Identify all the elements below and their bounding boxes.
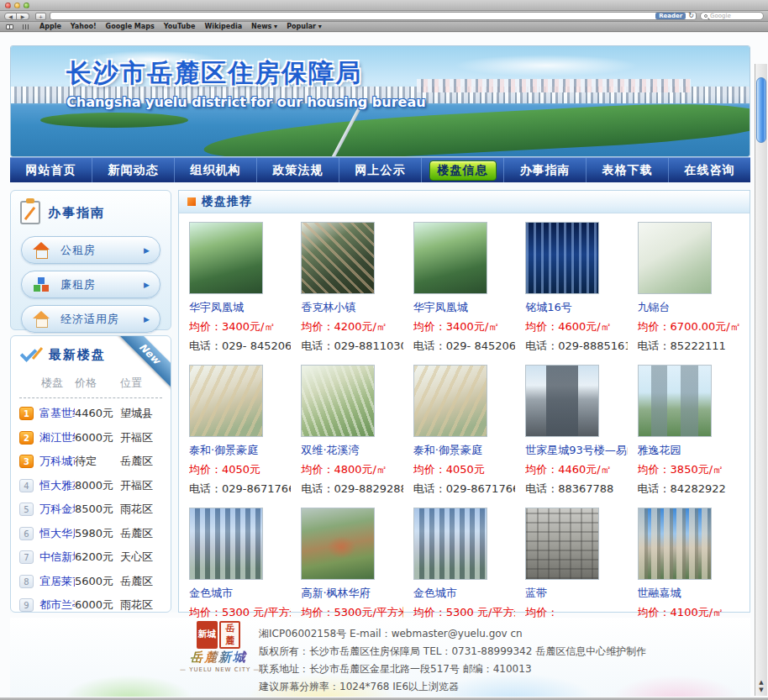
minimize-window-icon[interactable] xyxy=(14,3,20,8)
property-name-link[interactable]: 万科金域华府 xyxy=(39,502,75,517)
nav-item[interactable]: 办事指南 xyxy=(503,158,586,182)
property-name-link[interactable]: 都市兰亭 xyxy=(39,597,75,613)
bookmark-items: AppleYahoo!Google MapsYouTubeWikipediaNe… xyxy=(39,23,322,30)
property-thumbnail[interactable] xyxy=(525,365,599,437)
service-guide-button[interactable]: 公租房 ▶ xyxy=(21,236,160,264)
latest-property-row[interactable]: 5 万科金域华府 8500元 雨花区 xyxy=(18,497,164,522)
latest-property-row[interactable]: 8 宜居莱茵城 5600元 岳麓区 xyxy=(18,570,164,594)
nav-item[interactable]: 表格下载 xyxy=(586,158,668,182)
property-name-link[interactable]: 铭城16号 xyxy=(525,300,627,315)
property-name-link[interactable]: 宜居莱茵城 xyxy=(39,574,75,589)
property-name-link[interactable]: 华宇凤凰城 xyxy=(189,300,291,315)
latest-property-row[interactable]: 4 恒大雅苑 8000元 开福区 xyxy=(18,474,164,498)
property-name-link[interactable]: 泰和·御景豪庭 xyxy=(189,443,291,458)
bookmark-item[interactable]: Yahoo! xyxy=(71,23,97,30)
back-button[interactable]: ◀ xyxy=(4,13,17,20)
property-card: 香克林小镇 均价：4200元/㎡ 电话：029-88110303 xyxy=(296,222,408,365)
nav-item[interactable]: 政策法规 xyxy=(256,158,339,182)
property-thumbnail[interactable] xyxy=(301,222,375,294)
property-name-link[interactable]: 万科城市花园 xyxy=(39,454,75,469)
property-name-link[interactable]: 九锦台 xyxy=(638,300,739,315)
nav-item[interactable]: 网上公示 xyxy=(339,158,421,182)
service-guide-title: 办事指南 xyxy=(48,205,105,221)
main-navigation: 网站首页 新闻动态 组织机构 政策法规 网上公示 xyxy=(10,157,750,182)
latest-property-row[interactable]: 3 万科城市花园 待定 岳麓区 xyxy=(18,450,164,474)
browser-titlebar[interactable] xyxy=(0,0,768,11)
property-thumbnail[interactable] xyxy=(638,222,712,294)
clipboard-pencil-icon xyxy=(20,201,40,224)
nav-item[interactable]: 新闻动态 xyxy=(92,158,174,182)
property-thumbnail[interactable] xyxy=(189,365,263,437)
latest-property-row[interactable]: 7 中信新城 6200元 天心区 xyxy=(18,545,164,570)
nav-item[interactable]: 在线咨询 xyxy=(668,158,750,182)
service-guide-button[interactable]: 廉租房 ▶ xyxy=(21,271,160,298)
property-name-link[interactable]: 蓝带 xyxy=(525,586,627,601)
property-name-link[interactable]: 双维·花溪湾 xyxy=(301,443,402,458)
new-tab-button[interactable]: + xyxy=(35,13,46,20)
property-thumbnail[interactable] xyxy=(413,222,487,294)
search-input[interactable]: Google xyxy=(700,12,764,20)
bookmark-item[interactable]: Wikipedia xyxy=(204,23,242,30)
browser-window: ◀ ▶ + Reader ↻ Google AppleYahoo!Google … xyxy=(0,0,768,700)
top-sites-icon[interactable] xyxy=(23,24,30,29)
property-thumbnail[interactable] xyxy=(525,508,599,580)
property-price: 6000元 xyxy=(75,430,120,445)
property-name-link[interactable]: 富基世纪公园 xyxy=(39,406,75,421)
reading-list-icon[interactable] xyxy=(6,24,13,29)
property-name-link[interactable]: 泰和·御景豪庭 xyxy=(413,443,515,458)
property-price: 均价：3400元/㎡ xyxy=(413,319,515,334)
property-name-link[interactable]: 雅逸花园 xyxy=(638,443,739,458)
property-thumbnail[interactable] xyxy=(638,365,712,437)
property-price: 6000元 xyxy=(75,597,120,613)
property-price: 5980元 xyxy=(75,526,120,541)
property-thumbnail[interactable] xyxy=(301,365,375,437)
forward-button[interactable]: ▶ xyxy=(17,13,29,20)
property-thumbnail[interactable] xyxy=(525,222,599,294)
latest-property-row[interactable]: 2 湘江世纪城 6000元 开福区 xyxy=(18,426,164,450)
nav-item[interactable]: 楼盘信息 xyxy=(421,158,503,182)
latest-property-row[interactable]: 9 都市兰亭 6000元 雨花区 xyxy=(18,593,164,613)
property-price: 均价：4200元/㎡ xyxy=(301,319,402,334)
property-thumbnail[interactable] xyxy=(301,508,375,580)
service-guide-label: 廉租房 xyxy=(60,277,96,292)
bookmark-item[interactable]: YouTube xyxy=(164,23,196,30)
scrollbar-thumb[interactable] xyxy=(756,77,766,143)
bookmark-item[interactable]: Popular ▾ xyxy=(287,23,322,30)
property-thumbnail[interactable] xyxy=(638,508,712,580)
property-name-link[interactable]: 恒大华府 xyxy=(39,526,75,541)
property-name-link[interactable]: 华宇凤凰城 xyxy=(413,300,515,315)
bookmark-item[interactable]: Apple xyxy=(39,23,61,30)
bookmark-item[interactable]: Google Maps xyxy=(106,23,155,30)
scrollbar-arrows[interactable]: ▲▼ xyxy=(755,679,767,694)
service-guide-button[interactable]: 经济适用房 ▶ xyxy=(21,305,160,333)
address-bar[interactable]: Reader ↻ xyxy=(50,12,697,20)
nav-item[interactable]: 网站首页 xyxy=(10,158,92,182)
reload-icon[interactable]: ↻ xyxy=(688,13,694,19)
latest-property-row[interactable]: 1 富基世纪公园 4460元 望城县 xyxy=(18,402,164,426)
nav-item[interactable]: 组织机构 xyxy=(174,158,256,182)
property-thumbnail[interactable] xyxy=(189,508,263,580)
property-name-link[interactable]: 高新·枫林华府 xyxy=(301,586,402,601)
property-card: 华宇凤凰城 均价：3400元/㎡ 电话：029- 84520609 xyxy=(184,222,296,365)
nav-item-label: 在线咨询 xyxy=(685,163,735,178)
property-name-link[interactable]: 香克林小镇 xyxy=(301,300,402,315)
close-window-icon[interactable] xyxy=(5,3,11,8)
property-thumbnail[interactable] xyxy=(189,222,263,294)
property-name-link[interactable]: 世家星城93号楼—易山 xyxy=(525,443,627,458)
vertical-scrollbar[interactable]: ▲▼ xyxy=(755,64,767,696)
rank-badge: 2 xyxy=(19,431,34,445)
property-name-link[interactable]: 金色城市 xyxy=(413,586,515,601)
reader-button[interactable]: Reader xyxy=(655,13,686,19)
property-name-link[interactable]: 世融嘉城 xyxy=(638,586,739,601)
property-name-link[interactable]: 恒大雅苑 xyxy=(39,478,75,493)
property-name-link[interactable]: 金色城市 xyxy=(189,586,291,601)
property-thumbnail[interactable] xyxy=(413,365,487,437)
latest-property-row[interactable]: 6 恒大华府 5980元 岳麓区 xyxy=(18,522,164,546)
property-name-link[interactable]: 湘江世纪城 xyxy=(39,430,75,445)
property-name-link[interactable]: 中信新城 xyxy=(39,550,75,565)
zoom-window-icon[interactable] xyxy=(24,3,29,8)
footer-text-line: 版权所有：长沙市岳麓区住房保障局 TEL：0731-88999342 岳麓区信息… xyxy=(259,643,750,661)
bookmark-item[interactable]: News ▾ xyxy=(251,23,277,30)
property-card: 铭城16号 均价：4600元/㎡ 电话：029-88851616 xyxy=(520,222,632,365)
property-thumbnail[interactable] xyxy=(413,508,487,580)
